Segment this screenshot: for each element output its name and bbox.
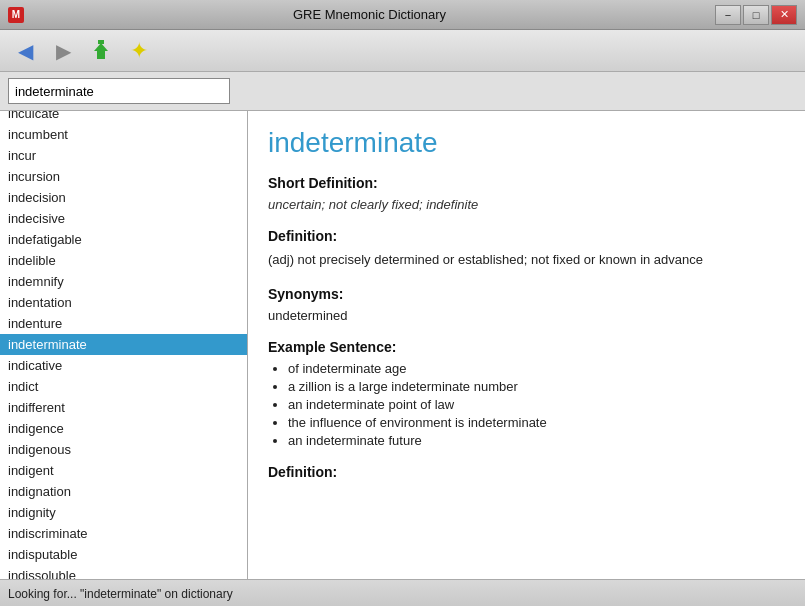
list-item[interactable]: indecisive	[0, 208, 247, 229]
examples-list: of indeterminate agea zillion is a large…	[268, 361, 785, 448]
search-input[interactable]	[8, 78, 230, 104]
svg-marker-0	[94, 43, 108, 59]
list-item[interactable]: indigenous	[0, 439, 247, 460]
back-button[interactable]: ◀	[8, 34, 42, 68]
list-item[interactable]: indigent	[0, 460, 247, 481]
list-item[interactable]: incursion	[0, 166, 247, 187]
close-button[interactable]: ✕	[771, 5, 797, 25]
main-content: incredulousincrementincriminateincrustat…	[0, 111, 805, 579]
forward-button[interactable]: ▶	[46, 34, 80, 68]
home-icon	[87, 37, 115, 65]
svg-rect-1	[98, 40, 104, 44]
list-item[interactable]: indefatigable	[0, 229, 247, 250]
list-item[interactable]: indeterminate	[0, 334, 247, 355]
window-title: GRE Mnemonic Dictionary	[293, 7, 446, 22]
home-button[interactable]	[84, 34, 118, 68]
list-item[interactable]: indigence	[0, 418, 247, 439]
maximize-button[interactable]: □	[743, 5, 769, 25]
list-item[interactable]: indemnify	[0, 271, 247, 292]
list-item[interactable]: indict	[0, 376, 247, 397]
list-item[interactable]: indissoluble	[0, 565, 247, 579]
list-item[interactable]: inculcate	[0, 111, 247, 124]
list-item[interactable]: incumbent	[0, 124, 247, 145]
list-item[interactable]: incur	[0, 145, 247, 166]
list-item[interactable]: indiscriminate	[0, 523, 247, 544]
window-controls: − □ ✕	[715, 5, 797, 25]
list-item[interactable]: indicative	[0, 355, 247, 376]
list-item[interactable]: indecision	[0, 187, 247, 208]
example-item: the influence of environment is indeterm…	[288, 415, 785, 430]
toolbar: ◀ ▶ ✦	[0, 30, 805, 72]
def-text: (adj) not precisely determined or establ…	[268, 250, 785, 270]
word-list[interactable]: incredulousincrementincriminateincrustat…	[0, 111, 248, 579]
example-item: of indeterminate age	[288, 361, 785, 376]
example-item: an indeterminate future	[288, 433, 785, 448]
short-def-text: uncertain; not clearly fixed; indefinite	[268, 197, 785, 212]
star-button[interactable]: ✦	[122, 34, 156, 68]
list-item[interactable]: indentation	[0, 292, 247, 313]
example-item: a zillion is a large indeterminate numbe…	[288, 379, 785, 394]
list-item[interactable]: indisputable	[0, 544, 247, 565]
list-item[interactable]: indignity	[0, 502, 247, 523]
example-item: an indeterminate point of law	[288, 397, 785, 412]
title-bar: M GRE Mnemonic Dictionary − □ ✕	[0, 0, 805, 30]
definition-panel: indeterminate Short Definition: uncertai…	[248, 111, 805, 579]
list-item[interactable]: indenture	[0, 313, 247, 334]
examples-label: Example Sentence:	[268, 339, 785, 355]
status-bar: Looking for... "indeterminate" on dictio…	[0, 579, 805, 606]
app-icon: M	[8, 7, 24, 23]
list-item[interactable]: indifferent	[0, 397, 247, 418]
minimize-button[interactable]: −	[715, 5, 741, 25]
status-text: Looking for... "indeterminate" on dictio…	[8, 587, 233, 601]
list-item[interactable]: indignation	[0, 481, 247, 502]
list-item[interactable]: indelible	[0, 250, 247, 271]
short-def-label: Short Definition:	[268, 175, 785, 191]
def2-label: Definition:	[268, 464, 785, 480]
def-label: Definition:	[268, 228, 785, 244]
synonyms-label: Synonyms:	[268, 286, 785, 302]
synonyms-text: undetermined	[268, 308, 785, 323]
definition-title: indeterminate	[268, 127, 785, 159]
search-bar	[0, 72, 805, 111]
